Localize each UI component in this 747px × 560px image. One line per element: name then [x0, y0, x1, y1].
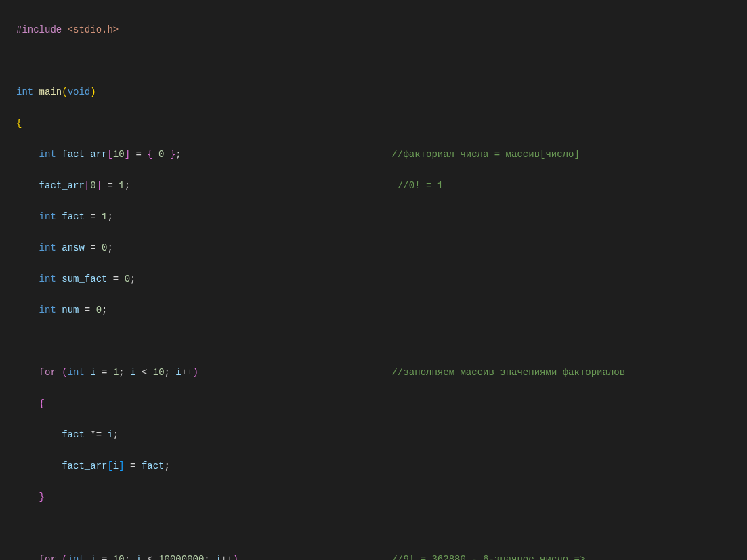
code-line: }: [16, 490, 747, 505]
code-line: for (int i = 10; i < 10000000; i++) //9!…: [16, 552, 747, 560]
code-line: int fact = 1;: [16, 209, 747, 225]
code-line: fact *= i;: [16, 427, 747, 443]
code-line: fact_arr[0] = 1; //0! = 1: [16, 178, 747, 194]
code-line: int sum_fact = 0;: [16, 272, 747, 287]
code-line: int main(void): [16, 85, 747, 100]
code-line: [16, 334, 747, 349]
code-line: fact_arr[i] = fact;: [16, 458, 747, 474]
code-line: int answ = 0;: [16, 240, 747, 256]
code-editor[interactable]: #include <stdio.h> int main(void) { int …: [0, 0, 747, 560]
code-line: [16, 521, 747, 536]
code-line: #include <stdio.h>: [16, 22, 747, 38]
code-line: {: [16, 396, 747, 412]
code-line: for (int i = 1; i < 10; i++) //заполняем…: [16, 365, 747, 381]
code-line: {: [16, 116, 747, 131]
code-line: int fact_arr[10] = { 0 }; //факториал чи…: [16, 147, 747, 163]
code-line: int num = 0;: [16, 303, 747, 318]
code-line: [16, 53, 747, 69]
